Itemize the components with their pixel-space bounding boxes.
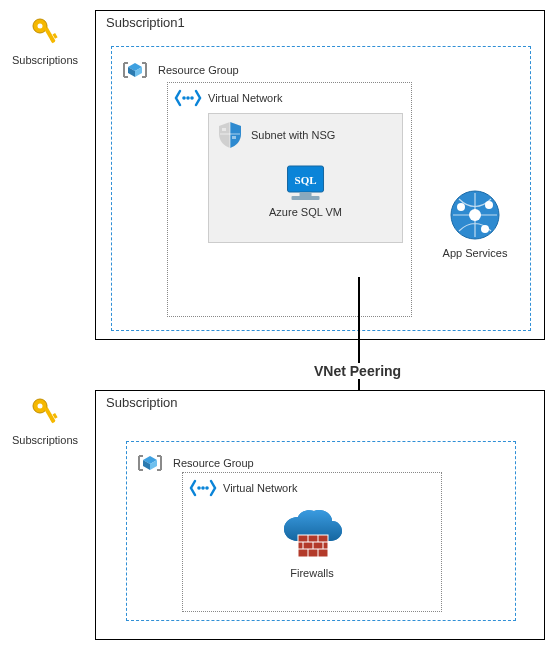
nsg-shield-icon bbox=[217, 120, 243, 150]
vnet-1-header: Virtual Network bbox=[174, 87, 282, 109]
svg-point-33 bbox=[201, 486, 205, 490]
subnet-label: Subnet with NSG bbox=[251, 129, 335, 141]
resource-group-1-label: Resource Group bbox=[158, 64, 239, 76]
app-services: App Services bbox=[430, 187, 520, 259]
resource-group-2-box: Resource Group Virtual Network bbox=[126, 441, 516, 621]
vnet-2-label: Virtual Network bbox=[223, 482, 297, 494]
svg-point-15 bbox=[190, 96, 194, 100]
subscriptions-key-1: Subscriptions bbox=[10, 15, 80, 66]
svg-rect-16 bbox=[222, 128, 226, 131]
svg-point-1 bbox=[38, 24, 43, 29]
resource-group-icon bbox=[135, 448, 165, 478]
key-icon bbox=[27, 15, 63, 51]
subscriptions-label: Subscriptions bbox=[10, 434, 80, 446]
sql-vm-icon: SQL bbox=[281, 162, 329, 206]
virtual-network-icon bbox=[174, 87, 202, 109]
key-icon bbox=[27, 395, 63, 431]
svg-point-14 bbox=[186, 96, 190, 100]
azure-sql-vm: SQL Azure SQL VM bbox=[269, 162, 342, 218]
sql-vm-label: Azure SQL VM bbox=[269, 206, 342, 218]
firewall-icon bbox=[280, 509, 344, 567]
vnet-2-header: Virtual Network bbox=[189, 477, 297, 499]
firewalls-label: Firewalls bbox=[290, 567, 333, 579]
subscription2-title: Subscription bbox=[106, 395, 178, 410]
vnet-1-label: Virtual Network bbox=[208, 92, 282, 104]
subnet-header: Subnet with NSG bbox=[217, 120, 335, 150]
app-services-icon bbox=[447, 187, 503, 243]
svg-rect-17 bbox=[232, 136, 236, 139]
subscriptions-label: Subscriptions bbox=[10, 54, 80, 66]
subscription1-title: Subscription1 bbox=[106, 15, 185, 30]
resource-group-icon bbox=[120, 55, 150, 85]
svg-rect-21 bbox=[291, 196, 319, 200]
svg-point-26 bbox=[457, 203, 465, 211]
svg-point-34 bbox=[205, 486, 209, 490]
svg-point-27 bbox=[485, 201, 493, 209]
subscription1-box: Subscription1 Resource Group bbox=[95, 10, 545, 340]
resource-group-1-box: Resource Group Virtual Network bbox=[111, 46, 531, 331]
svg-point-28 bbox=[481, 225, 489, 233]
resource-group-2-label: Resource Group bbox=[173, 457, 254, 469]
subscriptions-key-2: Subscriptions bbox=[10, 395, 80, 446]
firewalls: Firewalls bbox=[280, 509, 344, 579]
subnet-box: Subnet with NSG SQL Azure SQL VM bbox=[208, 113, 403, 243]
svg-point-6 bbox=[38, 404, 43, 409]
virtual-network-icon bbox=[189, 477, 217, 499]
svg-point-25 bbox=[469, 209, 481, 221]
svg-point-32 bbox=[197, 486, 201, 490]
app-services-label: App Services bbox=[443, 247, 508, 259]
resource-group-1-header: Resource Group bbox=[120, 55, 239, 85]
svg-rect-20 bbox=[299, 192, 311, 196]
virtual-network-2-box: Virtual Network bbox=[182, 472, 442, 612]
subscription2-box: Subscription Resource Group Virtual bbox=[95, 390, 545, 640]
virtual-network-1-box: Virtual Network Subnet with NSG bbox=[167, 82, 412, 317]
svg-point-13 bbox=[182, 96, 186, 100]
vnet-peering-label: VNet Peering bbox=[310, 363, 405, 379]
svg-text:SQL: SQL bbox=[294, 174, 316, 186]
